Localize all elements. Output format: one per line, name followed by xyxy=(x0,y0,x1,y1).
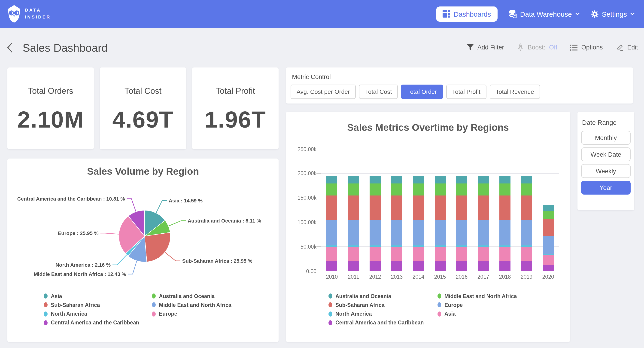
boost-toggle[interactable]: Boost: Off xyxy=(517,44,557,51)
legend-label: North America xyxy=(51,311,87,316)
brand-name: DATA INSIDER xyxy=(25,7,51,21)
pie-slice-label: Central America and the Caribbean : 10.8… xyxy=(17,196,125,202)
metric-option-total-cost[interactable]: Total Cost xyxy=(359,85,398,99)
bar-segment-central-america-and-the-caribbean-2010 xyxy=(326,261,338,271)
legend-item-middle-east-and-north-africa[interactable]: Middle East and North Africa xyxy=(152,301,232,308)
legend-item-australia-and-oceania[interactable]: Australia and Oceania xyxy=(152,292,215,299)
add-filter-label: Add Filter xyxy=(478,44,504,51)
brand-logo[interactable]: DATA INSIDER xyxy=(8,5,51,23)
bar-segment-europe-2011 xyxy=(348,220,359,245)
bar-segment-north-america-2014 xyxy=(413,245,424,247)
kpi-label: Total Orders xyxy=(8,86,94,96)
legend-item-europe[interactable]: Europe xyxy=(152,310,177,317)
bar-segment-asia-2016 xyxy=(456,247,467,261)
legend-item-central-america-and-the-caribbean[interactable]: Central America and the Caribbean xyxy=(328,319,424,326)
x-axis-label: 2011 xyxy=(342,274,365,280)
options-label: Options xyxy=(581,44,603,51)
pie-label-line xyxy=(168,221,186,226)
kpi-card-total-profit: Total Profit 1.96T xyxy=(192,68,278,149)
bar-segment-sub-saharan-africa-2015 xyxy=(434,195,446,220)
kpi-value: 2.10M xyxy=(8,106,94,133)
bar-segment-europe-2016 xyxy=(456,220,467,245)
bar-segment-middle-east-and-north-africa-2013 xyxy=(391,183,402,195)
nav-settings-label: Settings xyxy=(602,10,627,18)
bar-segment-europe-2013 xyxy=(391,220,402,245)
metric-option-total-profit[interactable]: Total Profit xyxy=(446,85,486,99)
gear-icon xyxy=(591,10,599,18)
bar-segment-middle-east-and-north-africa-2010 xyxy=(326,183,338,195)
date-option-week-date[interactable]: Week Date xyxy=(581,147,630,161)
bar-segment-asia-2014 xyxy=(413,247,424,261)
date-option-year[interactable]: Year xyxy=(581,181,630,195)
bar-segment-sub-saharan-africa-2020 xyxy=(542,219,554,236)
pie-slice-sub-saharan-africa xyxy=(144,232,170,262)
legend-label: Central America and the Caribbean xyxy=(51,320,139,325)
x-axis-label: 2014 xyxy=(407,274,430,280)
bar-segment-europe-2019 xyxy=(521,220,532,245)
bar-segment-sub-saharan-africa-2016 xyxy=(456,195,467,220)
y-axis-label: 50.00k xyxy=(286,243,316,250)
options-list-icon xyxy=(570,44,578,51)
x-axis-label: 2017 xyxy=(472,274,495,280)
legend-dot xyxy=(328,293,332,298)
legend-item-australia-and-oceania[interactable]: Australia and Oceania xyxy=(328,292,391,299)
nav-data-warehouse[interactable]: Data Warehouse xyxy=(509,10,580,18)
edit-button[interactable]: Edit xyxy=(616,44,638,51)
boost-state: Off xyxy=(549,44,558,51)
bar-segment-north-america-2019 xyxy=(521,245,532,247)
metric-control-buttons: Avg. Cost per OrderTotal CostTotal Order… xyxy=(290,85,540,99)
legend-item-north-america[interactable]: North America xyxy=(328,310,372,317)
bar-segment-north-america-2018 xyxy=(500,245,510,247)
legend-item-sub-saharan-africa[interactable]: Sub-Saharan Africa xyxy=(328,301,384,308)
x-axis-label: 2019 xyxy=(515,274,538,280)
legend-item-asia[interactable]: Asia xyxy=(44,292,62,299)
legend-item-asia[interactable]: Asia xyxy=(438,310,456,317)
bar-segment-central-america-and-the-caribbean-2019 xyxy=(521,261,532,271)
bar-segment-central-america-and-the-caribbean-2020 xyxy=(542,265,554,271)
legend-dot xyxy=(152,311,156,316)
y-axis-label: 0.00 xyxy=(286,268,316,274)
legend-item-central-america-and-the-caribbean[interactable]: Central America and the Caribbean xyxy=(44,319,139,326)
legend-dot xyxy=(152,293,156,298)
bar-segment-central-america-and-the-caribbean-2014 xyxy=(413,261,424,271)
bar-segment-australia-and-oceania-2016 xyxy=(456,176,467,183)
pie-label-line xyxy=(165,252,180,261)
kpi-label: Total Cost xyxy=(100,86,186,96)
rocket-icon xyxy=(517,44,524,51)
bar-segment-sub-saharan-africa-2010 xyxy=(326,195,338,220)
y-axis-tick xyxy=(316,271,321,271)
pie-slice-label: Sub-Saharan Africa : 25.95 % xyxy=(182,258,252,264)
nav-settings[interactable]: Settings xyxy=(591,10,635,18)
legend-label: Europe xyxy=(444,302,463,308)
date-option-weekly[interactable]: Weekly xyxy=(581,164,630,178)
x-axis-label: 2020 xyxy=(536,274,560,280)
pie-slice-label: Asia : 14.59 % xyxy=(168,198,202,204)
metric-option-total-revenue[interactable]: Total Revenue xyxy=(490,85,540,99)
legend-dot xyxy=(44,302,48,307)
bar-segment-australia-and-oceania-2012 xyxy=(370,176,381,183)
app-window: DATA INSIDER Dashboards xyxy=(0,0,644,348)
bar-segment-central-america-and-the-caribbean-2012 xyxy=(370,261,381,271)
nav-dashboards-button[interactable]: Dashboards xyxy=(436,6,498,22)
bar-segment-australia-and-oceania-2020 xyxy=(542,205,554,211)
bar-segment-sub-saharan-africa-2019 xyxy=(521,195,532,220)
navbar-menu: Dashboards Data Warehouse xyxy=(436,6,635,22)
bar-segment-middle-east-and-north-africa-2020 xyxy=(542,211,554,219)
metric-option-total-order[interactable]: Total Order xyxy=(401,85,443,99)
legend-label: Sub-Saharan Africa xyxy=(336,302,384,308)
edit-label: Edit xyxy=(627,44,638,51)
bar-segment-north-america-2013 xyxy=(391,245,402,247)
back-button[interactable] xyxy=(7,42,14,53)
kpi-card-total-orders: Total Orders 2.10M xyxy=(8,68,94,149)
legend-item-north-america[interactable]: North America xyxy=(44,310,87,317)
metric-option-avg-cost-per-order[interactable]: Avg. Cost per Order xyxy=(290,85,356,99)
bar-segment-middle-east-and-north-africa-2014 xyxy=(413,183,424,195)
legend-item-europe[interactable]: Europe xyxy=(438,301,463,308)
date-option-monthly[interactable]: Monthly xyxy=(581,131,630,145)
pie-slice-label: North America : 2.16 % xyxy=(56,262,111,268)
options-button[interactable]: Options xyxy=(570,44,603,51)
bar-segment-north-america-2017 xyxy=(478,245,489,247)
legend-item-middle-east-and-north-africa[interactable]: Middle East and North Africa xyxy=(438,292,517,299)
legend-item-sub-saharan-africa[interactable]: Sub-Saharan Africa xyxy=(44,301,100,308)
add-filter-button[interactable]: Add Filter xyxy=(467,44,504,51)
